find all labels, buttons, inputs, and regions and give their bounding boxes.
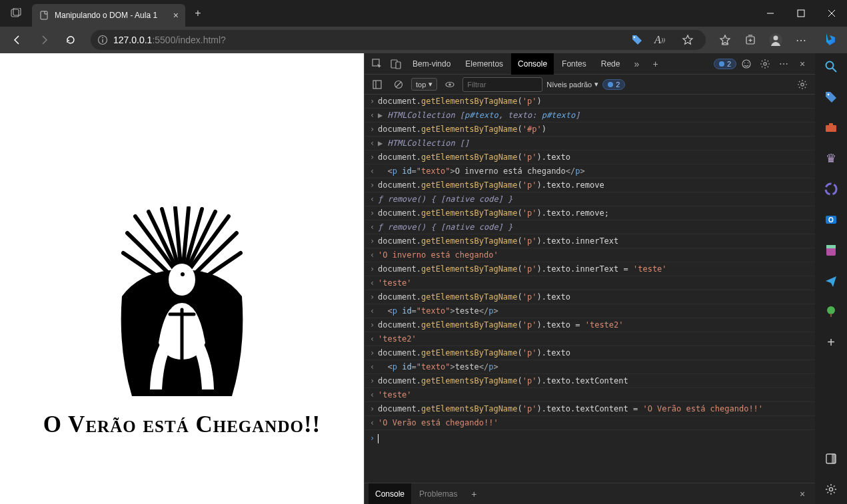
console-line[interactable]: ‹ƒ remove() { [native code] } (365, 220, 815, 234)
console-line[interactable]: ‹'teste2' (365, 332, 815, 346)
window-maximize-button[interactable] (786, 0, 816, 27)
tab-network[interactable]: Rede (594, 53, 627, 75)
console-line[interactable]: ‹ <p id="texto">teste</p> (365, 304, 815, 318)
menu-button[interactable]: ⋯ (790, 29, 812, 51)
tools-icon[interactable] (823, 120, 839, 136)
console-line[interactable]: ›document.getElementsByTagName('p') (365, 95, 815, 109)
address-bar[interactable]: 127.0.0.1:5500/index.html? A)) (91, 30, 706, 50)
console-line[interactable]: ›document.getElementsByTagName('p').text… (365, 206, 815, 220)
clear-console-icon[interactable] (390, 76, 407, 93)
new-tab-button[interactable]: + (188, 3, 208, 23)
console-line[interactable]: ‹ƒ remove() { [native code] } (365, 192, 815, 206)
tab-actions-icon[interactable] (0, 8, 32, 19)
window-titlebar: Manipulando o DOM - Aula 1 × + (0, 0, 847, 27)
window-minimize-button[interactable] (755, 0, 786, 27)
shopping-icon[interactable] (631, 34, 643, 46)
console-line[interactable]: ›document.getElementsByTagName('p').text… (365, 374, 815, 388)
browser-tab[interactable]: Manipulando o DOM - Aula 1 × (32, 4, 185, 27)
window-close-button[interactable] (816, 0, 847, 27)
forward-button (32, 28, 56, 52)
svg-point-9 (102, 37, 103, 39)
url-host: 127.0.0.1 (113, 35, 152, 45)
svg-point-30 (169, 264, 195, 296)
console-line[interactable]: ›document.getElementsByTagName('p').text… (365, 290, 815, 304)
more-tabs-icon[interactable]: » (628, 55, 645, 73)
tab-close-icon[interactable]: × (173, 10, 179, 21)
levels-label: Níveis padrão (546, 81, 592, 89)
issues-badge[interactable]: 2 (714, 59, 736, 69)
tab-welcome[interactable]: Bem-vindo (406, 53, 457, 75)
close-devtools-icon[interactable]: × (794, 55, 811, 73)
favorite-icon[interactable] (676, 29, 699, 51)
refresh-button[interactable] (59, 28, 83, 52)
send-icon[interactable] (823, 273, 839, 289)
console-line[interactable]: ›document.getElementsByTagName('p').text… (365, 318, 815, 332)
live-expression-icon[interactable] (441, 76, 458, 93)
log-levels-selector[interactable]: Níveis padrão▾ (546, 80, 598, 89)
console-input[interactable]: › (365, 430, 815, 446)
console-line[interactable]: ›document.getElementsByTagName('p').text… (365, 346, 815, 360)
context-selector[interactable]: top▾ (411, 78, 437, 91)
tab-favicon-icon (39, 10, 49, 21)
console-line[interactable]: ›document.getElementsByTagName('p').text… (365, 262, 815, 276)
drawer-close-icon[interactable]: × (794, 485, 811, 503)
inspect-element-icon[interactable] (369, 55, 386, 73)
tree-icon[interactable] (823, 304, 839, 320)
tab-sources[interactable]: Fontes (555, 53, 593, 75)
svg-rect-51 (826, 125, 836, 132)
add-sidebar-icon[interactable]: + (823, 334, 839, 350)
console-line[interactable]: ›document.getElementsByTagName('p').text… (365, 178, 815, 192)
sidebar-toggle-icon[interactable] (369, 76, 386, 93)
outlook-icon[interactable]: O (823, 212, 839, 228)
throne-image (95, 206, 269, 399)
svg-point-58 (827, 306, 835, 314)
svg-rect-57 (826, 245, 836, 248)
tab-elements[interactable]: Elementos (458, 53, 510, 75)
filter-issues-badge[interactable]: 2 (602, 79, 625, 90)
settings-icon[interactable] (756, 55, 774, 73)
tab-console[interactable]: Console (511, 53, 554, 75)
drawer-tab-problems[interactable]: Problemas (413, 483, 464, 505)
console-log[interactable]: ›document.getElementsByTagName('p')‹▶ HT… (365, 95, 815, 483)
sidebar-collapse-icon[interactable] (823, 451, 839, 467)
console-line[interactable]: ›document.getElementsByTagName('p').text… (365, 402, 815, 416)
console-line[interactable]: ‹▶ HTMLCollection [] (365, 136, 815, 150)
console-line[interactable]: ›document.getElementsByTagName('p').text… (365, 150, 815, 164)
console-settings-icon[interactable] (794, 76, 811, 93)
sidebar-settings-icon[interactable] (823, 481, 839, 497)
new-tab-icon[interactable]: + (646, 55, 664, 73)
console-line[interactable]: ‹▶ HTMLCollection [p#texto, texto: p#tex… (365, 109, 815, 123)
console-line[interactable]: ›document.getElementsByTagName('#p') (365, 123, 815, 136)
bing-chat-icon[interactable] (819, 29, 842, 51)
drawer-new-tab-icon[interactable]: + (465, 485, 482, 503)
office-icon[interactable] (823, 181, 839, 197)
console-toolbar: top▾ Níveis padrão▾ 2 (365, 75, 815, 95)
games-icon[interactable]: ♛ (823, 150, 839, 166)
notes-icon[interactable] (823, 242, 839, 258)
device-toolbar-icon[interactable] (387, 55, 405, 73)
svg-point-53 (826, 184, 836, 194)
drawer-tab-console[interactable]: Console (369, 483, 411, 505)
console-line[interactable]: ‹'O Verão está chegando!!' (365, 416, 815, 430)
profile-avatar-icon[interactable] (764, 29, 787, 51)
console-line[interactable]: ‹ <p id="texto">O inverno está chegando<… (365, 164, 815, 178)
svg-point-62 (829, 487, 832, 491)
devtools-panel: Bem-vindo Elementos Console Fontes Rede … (364, 53, 815, 504)
console-line[interactable]: ‹'teste' (365, 276, 815, 290)
console-line[interactable]: ‹'teste' (365, 388, 815, 402)
favorites-bar-icon[interactable] (714, 29, 736, 51)
console-line[interactable]: ›document.getElementsByTagName('p').text… (365, 234, 815, 248)
svg-line-44 (396, 82, 401, 87)
more-options-icon[interactable]: ⋯ (775, 55, 792, 73)
search-icon[interactable] (823, 59, 839, 75)
console-line[interactable]: ‹ <p id="texto">teste</p> (365, 360, 815, 374)
back-button[interactable] (5, 28, 29, 52)
site-info-icon[interactable] (97, 35, 108, 45)
console-line[interactable]: ‹'O inverno está chegando' (365, 248, 815, 262)
feedback-icon[interactable] (738, 55, 755, 73)
shopping-sidebar-icon[interactable] (823, 89, 839, 105)
collections-icon[interactable] (739, 29, 762, 51)
read-aloud-icon[interactable]: A)) (648, 29, 671, 51)
filter-input[interactable] (462, 77, 542, 92)
devtools-drawer: Console Problemas + × (365, 483, 815, 504)
